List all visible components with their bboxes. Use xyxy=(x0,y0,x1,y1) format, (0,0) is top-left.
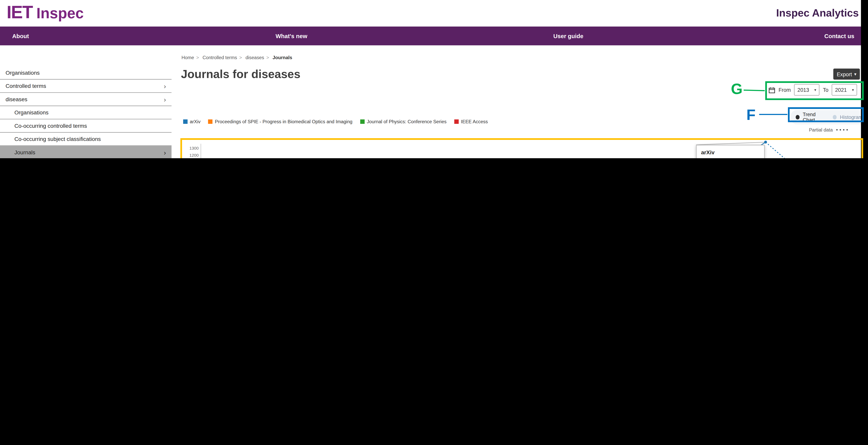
radio-unselected-icon[interactable] xyxy=(833,115,837,119)
calendar-icon xyxy=(769,87,775,93)
annotation-letter-g: G xyxy=(731,81,742,98)
legend-swatch xyxy=(183,119,188,124)
sidebar-item-organisations[interactable]: Organisations xyxy=(0,66,172,80)
nav-about[interactable]: About xyxy=(12,33,29,39)
breadcrumb-home[interactable]: Home xyxy=(182,55,194,60)
breadcrumb-controlled-terms[interactable]: Controlled terms xyxy=(203,55,237,60)
legend-item: Proceedings of SPIE - Progress in Biomed… xyxy=(208,119,352,125)
chart-type-toggle: Trend Chart Histogram xyxy=(791,110,868,125)
legend-swatch xyxy=(454,119,459,124)
annotation-letter-f: F xyxy=(746,107,755,124)
sidebar-item-diseases[interactable]: diseases› xyxy=(0,93,172,106)
black-right-strip xyxy=(861,0,868,158)
caret-down-icon: ▾ xyxy=(852,88,854,92)
svg-text:1300: 1300 xyxy=(189,146,199,150)
app-title: Inspec Analytics xyxy=(776,7,859,20)
inspec-analytics-page: IET Inspec Inspec Analytics About What's… xyxy=(0,0,868,158)
radio-selected-icon[interactable] xyxy=(796,115,799,119)
top-bar: IET Inspec Inspec Analytics xyxy=(0,0,868,27)
chevron-right-icon: › xyxy=(164,79,166,93)
histogram-option[interactable]: Histogram xyxy=(840,114,863,120)
to-label: To xyxy=(823,87,829,93)
legend-swatch xyxy=(208,119,213,124)
chevron-right-icon: › xyxy=(164,93,166,106)
from-label: From xyxy=(778,87,791,93)
breadcrumb-diseases[interactable]: diseases xyxy=(246,55,264,60)
nav-contact-us[interactable]: Contact us xyxy=(824,33,855,39)
sidebar-item-co-occurring-subject-classifications[interactable]: Co-occurring subject classifications xyxy=(0,133,172,146)
sidebar-item-co-occurring-controlled-terms[interactable]: Co-occurring controlled terms xyxy=(0,119,172,133)
legend-swatch xyxy=(360,119,365,124)
legend-item: Journal of Physics: Conference Series xyxy=(360,119,446,125)
iet-logo-text: IET xyxy=(7,2,33,23)
export-button[interactable]: Export ▾ xyxy=(833,69,860,79)
chart-tooltip: arXiv Year: 2020 Articles: 1384 % Change… xyxy=(696,145,765,158)
page-title: Journals for diseases xyxy=(181,67,301,81)
breadcrumb-journals: Journals xyxy=(273,55,292,60)
chart-legend: arXiv Proceedings of SPIE - Progress in … xyxy=(183,119,488,125)
svg-text:1200: 1200 xyxy=(189,153,199,158)
legend-item: IEEE Access xyxy=(454,119,488,125)
sidebar: Organisations Controlled terms› diseases… xyxy=(0,66,172,159)
dotted-line-icon: •••• xyxy=(836,127,850,133)
sidebar-item-organisations-sub[interactable]: Organisations xyxy=(0,106,172,119)
sidebar-item-journals[interactable]: Journals› xyxy=(0,146,172,159)
legend-item: arXiv xyxy=(183,119,200,125)
to-year-select[interactable]: 2021▾ xyxy=(832,84,857,96)
tooltip-title: arXiv xyxy=(701,149,760,155)
trend-chart-option[interactable]: Trend Chart xyxy=(803,112,825,123)
breadcrumb: Home> Controlled terms> diseases> Journa… xyxy=(182,55,292,60)
partial-data-legend: Partial data •••• xyxy=(809,127,850,133)
nav-user-guide[interactable]: User guide xyxy=(553,33,584,39)
from-year-select[interactable]: 2013▾ xyxy=(794,84,819,96)
screenshot-root: IET Inspec Inspec Analytics About What's… xyxy=(0,0,868,158)
inspec-logo-text: Inspec xyxy=(36,5,84,22)
sidebar-item-controlled-terms[interactable]: Controlled terms› xyxy=(0,79,172,93)
main-nav: About What's new User guide Contact us xyxy=(0,27,868,45)
nav-whats-new[interactable]: What's new xyxy=(276,33,307,39)
date-range-controls: From 2013▾ To 2021▾ xyxy=(769,84,857,96)
iet-inspec-logo[interactable]: IET Inspec xyxy=(7,2,84,23)
chevron-right-icon: › xyxy=(164,146,166,159)
caret-down-icon: ▾ xyxy=(854,72,857,76)
caret-down-icon: ▾ xyxy=(814,88,816,92)
